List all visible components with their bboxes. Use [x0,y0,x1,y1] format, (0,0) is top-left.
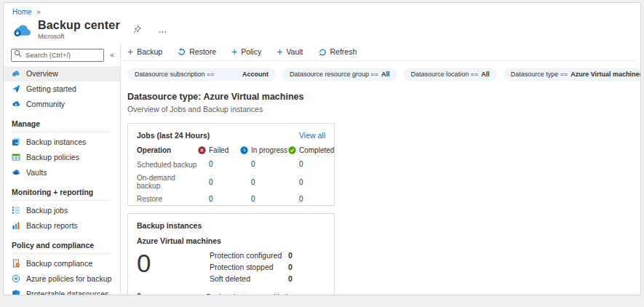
col-failed-label: Failed [209,146,228,154]
restore-button-label: Restore [189,47,216,56]
main-content: + Backup Restore + Policy + Vault [121,43,640,295]
not-found-count: 0 [137,292,206,295]
stat-label: Protection configured [210,251,288,260]
backup-jobs-icon [12,206,20,215]
sidebar-item-label: Backup jobs [26,206,68,215]
sidebar-item-label: Overview [26,69,58,78]
plus-icon: + [127,47,133,57]
more-options-icon[interactable]: ... [159,25,167,34]
refresh-button[interactable]: Refresh [319,47,357,56]
breadcrumb-chevron-icon: > [36,9,40,16]
filter-label: Datasource resource group == [290,71,378,78]
page-header: Home > Backup center Microsoft ... [4,3,640,43]
sidebar-item-label: Backup instances [26,137,86,146]
restore-button[interactable]: Restore [178,47,216,56]
sidebar-item-backup-policies[interactable]: Backup policies [4,150,120,165]
sidebar-item-backup-instances[interactable]: Backup instances [4,135,120,150]
col-completed-label: Completed [299,146,334,154]
stat-soft-deleted: Soft deleted 0 [210,274,293,283]
policy-button-label: Policy [241,47,261,56]
datasource-type-heading: Datasource type: Azure Virtual machines [127,92,640,102]
policy-button[interactable]: + Policy [231,47,261,57]
vaults-icon [12,168,20,177]
jobs-card-title: Jobs (last 24 Hours) [137,131,210,140]
completed-icon [288,146,296,154]
filter-label: Datasource type == [511,71,568,78]
breadcrumb-home-link[interactable]: Home [12,8,32,16]
sidebar-item-label: Getting started [26,84,76,93]
sidebar-item-azure-policies[interactable]: Azure policies for backup [4,271,120,287]
filter-datasource-resource-group[interactable]: Datasource resource group == All [282,68,397,81]
job-row-label: On-demand backup [137,174,198,190]
failed-icon [198,146,206,154]
sidebar-item-getting-started[interactable]: Getting started [4,81,120,97]
sidebar-section-monitoring: Monitoring + reporting [12,186,111,201]
restore-icon [178,48,186,56]
job-value: 0 [198,195,240,203]
not-found-description: Backup instances with the underlying dat… [206,292,325,295]
plus-icon: + [231,47,237,57]
stat-value: 0 [288,251,293,260]
job-value: 0 [198,178,240,186]
stat-label: Protection stopped [210,263,288,271]
filter-datasource-type[interactable]: Datasource type == Azure Virtual machine… [504,68,640,81]
stat-protection-configured: Protection configured 0 [210,251,293,260]
col-in-progress: In progress [240,146,288,154]
col-operation: Operation [137,146,198,154]
sidebar-item-label: Azure policies for backup [26,274,111,283]
filter-value: Azure Virtual machines [571,71,640,78]
filter-bar: Datasource subscription == Account Datas… [127,68,640,81]
backup-center-icon [12,23,31,37]
col-failed: Failed [198,146,240,154]
jobs-card: Jobs (last 24 Hours) View all Operation … [127,123,335,206]
job-row-label: Restore [137,195,198,203]
page-title: Backup center [38,19,120,32]
sidebar-item-label: Backup reports [26,221,78,230]
filter-label: Datasource location == [411,71,479,78]
job-value: 0 [198,160,240,168]
backup-instances-icon [12,137,20,146]
job-value: 0 [288,160,327,168]
azure-policies-icon [12,274,20,283]
refresh-button-label: Refresh [330,47,357,56]
sidebar-search-input[interactable] [11,49,104,62]
job-row-label: Scheduled backup [137,161,198,169]
stat-label: Soft deleted [210,274,288,283]
sidebar-item-backup-reports[interactable]: Backup reports [4,218,120,234]
filter-value: All [381,71,390,78]
filter-datasource-location[interactable]: Datasource location == All [404,68,497,81]
filter-value: Account [242,71,269,78]
filter-datasource-subscription[interactable]: Datasource subscription == Account [127,68,276,81]
sidebar-item-protectable-datasources[interactable]: Protectable datasources [4,287,120,295]
sidebar-item-community[interactable]: Community [4,97,120,112]
sidebar-item-label: Vaults [26,168,47,177]
stat-value: 0 [288,263,293,271]
filter-value: All [481,71,490,78]
backup-button[interactable]: + Backup [127,47,162,57]
getting-started-icon [12,84,20,93]
sidebar-item-backup-compliance[interactable]: Backup compliance [4,256,120,271]
pin-icon[interactable] [132,25,142,34]
plus-icon: + [277,47,282,57]
sidebar-item-overview[interactable]: Overview [4,66,120,81]
col-in-progress-label: In progress [251,146,287,154]
instances-card-subtitle: Azure Virtual machines [137,236,325,245]
sidebar-section-manage: Manage [12,117,111,132]
backup-button-label: Backup [137,47,162,56]
sidebar-collapse-button[interactable]: « [108,50,116,59]
sidebar-item-backup-jobs[interactable]: Backup jobs [4,203,120,218]
overview-cloud-icon [12,69,20,78]
sidebar-item-label: Community [26,100,65,108]
backup-compliance-icon [12,259,20,268]
job-value: 0 [240,195,288,203]
sidebar-item-vaults[interactable]: Vaults [4,165,120,180]
job-value: 0 [240,178,288,186]
instances-card-title: Backup instances [137,221,325,230]
filter-label: Datasource subscription == [135,71,215,78]
vault-button[interactable]: + Vault [277,47,303,57]
in-progress-icon [240,146,248,154]
backup-policies-icon [12,153,20,162]
backup-center-page: Home > Backup center Microsoft ... [3,2,641,295]
view-all-link[interactable]: View all [299,131,325,140]
sidebar-section-policy: Policy and compliance [12,239,111,254]
